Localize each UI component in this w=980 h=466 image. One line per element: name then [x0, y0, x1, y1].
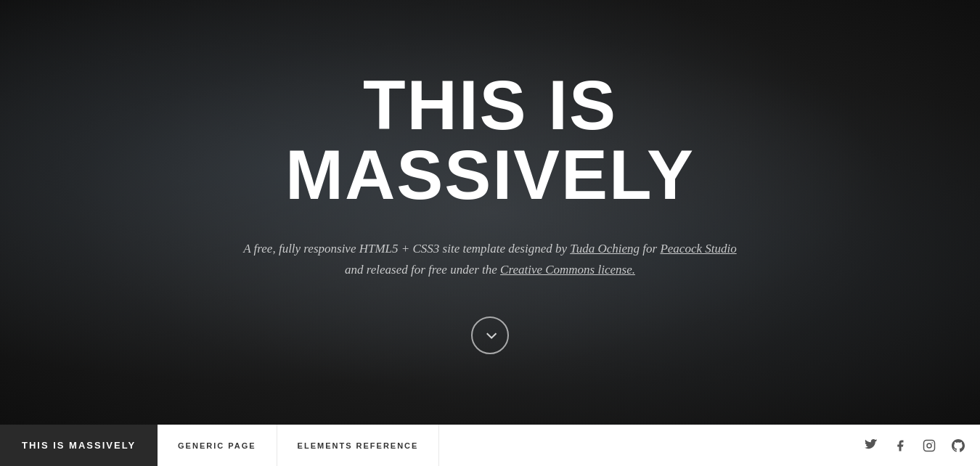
- hero-title-line1: THIS IS: [363, 66, 617, 144]
- nav-link-generic-page[interactable]: GENERIC PAGE: [158, 425, 277, 466]
- hero-section: THIS IS MASSIVELY A free, fully responsi…: [0, 0, 980, 425]
- twitter-link[interactable]: [864, 438, 878, 453]
- hero-title: THIS IS MASSIVELY: [243, 70, 736, 210]
- facebook-link[interactable]: [893, 438, 907, 453]
- github-link[interactable]: [951, 438, 965, 453]
- svg-rect-0: [924, 440, 935, 451]
- svg-point-1: [927, 443, 931, 448]
- hero-content: THIS IS MASSIVELY A free, fully responsi…: [243, 70, 736, 355]
- nav-links: GENERIC PAGE ELEMENTS REFERENCE: [158, 425, 849, 466]
- hero-subtitle: A free, fully responsive HTML5 + CSS3 si…: [243, 239, 736, 281]
- scroll-down-button[interactable]: [471, 316, 509, 354]
- nav-social: [849, 425, 980, 466]
- down-arrow-icon: [486, 329, 497, 339]
- brand-label: THIS IS MASSIVELY: [22, 440, 136, 451]
- github-icon: [952, 439, 965, 452]
- navbar: THIS IS MASSIVELY GENERIC PAGE ELEMENTS …: [0, 425, 980, 466]
- svg-point-2: [931, 442, 933, 443]
- subtitle-license-link[interactable]: Creative Commons license.: [500, 263, 635, 277]
- facebook-icon: [894, 439, 907, 452]
- subtitle-author-link[interactable]: Tuda Ochieng: [570, 242, 640, 256]
- subtitle-text: A free, fully responsive HTML5 + CSS3 si…: [243, 242, 570, 256]
- nav-link-elements-reference-label: ELEMENTS REFERENCE: [298, 441, 419, 450]
- nav-brand[interactable]: THIS IS MASSIVELY: [0, 425, 158, 466]
- twitter-icon: [865, 439, 878, 452]
- subtitle-mid: for: [640, 242, 660, 256]
- hero-title-line2: MASSIVELY: [285, 136, 695, 213]
- nav-link-generic-page-label: GENERIC PAGE: [178, 441, 256, 450]
- instagram-icon: [923, 439, 936, 452]
- nav-link-elements-reference[interactable]: ELEMENTS REFERENCE: [277, 425, 440, 466]
- subtitle-line2: and released for free under the: [345, 263, 500, 277]
- instagram-link[interactable]: [922, 438, 936, 453]
- subtitle-studio-link[interactable]: Peacock Studio: [660, 242, 736, 256]
